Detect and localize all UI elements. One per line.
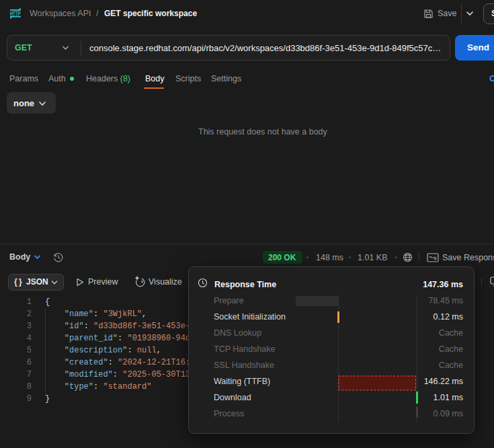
svg-text:HTTP: HTTP [10,10,21,17]
